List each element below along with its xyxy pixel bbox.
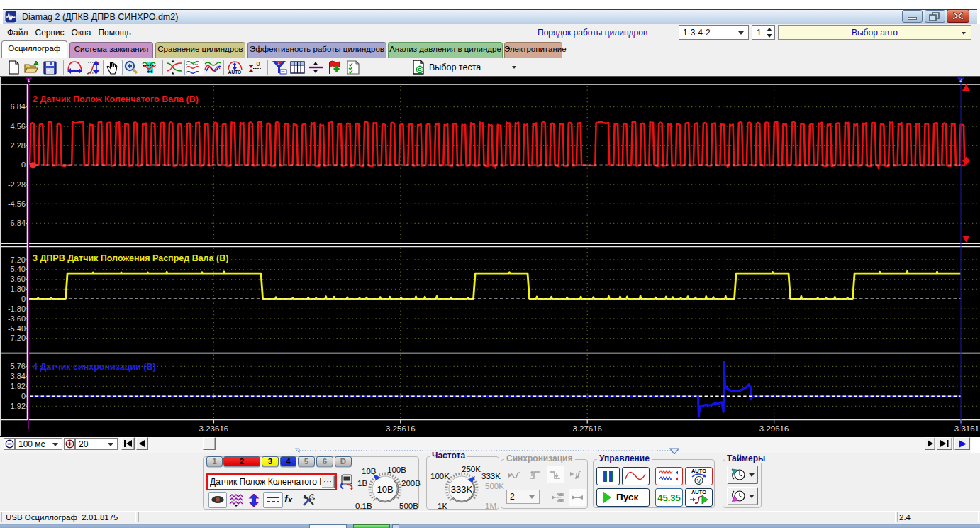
svg-text:V: V <box>697 478 701 485</box>
svg-text:1.92: 1.92 <box>11 382 26 390</box>
svg-text:-7.20: -7.20 <box>8 334 26 342</box>
svg-text:3.23616: 3.23616 <box>199 424 229 433</box>
svg-text:3.25616: 3.25616 <box>386 424 416 433</box>
svg-text:3.84: 3.84 <box>11 372 26 380</box>
svg-text:1.80: 1.80 <box>11 285 26 293</box>
svg-text:3.27616: 3.27616 <box>572 424 602 433</box>
svg-text:7.20: 7.20 <box>11 255 26 264</box>
svg-text:5.40: 5.40 <box>11 265 26 273</box>
svg-text:5.76: 5.76 <box>11 362 26 370</box>
svg-text:333K: 333K <box>451 484 473 495</box>
svg-text:10В: 10В <box>377 484 393 495</box>
svg-text:6.84: 6.84 <box>11 102 26 111</box>
svg-text:2.28: 2.28 <box>11 141 26 150</box>
svg-text:0: 0 <box>21 295 26 303</box>
svg-text:0: 0 <box>256 60 260 67</box>
svg-text:4 Датчик синхронизации (В): 4 Датчик синхронизации (В) <box>33 362 156 372</box>
svg-text:3.60: 3.60 <box>11 275 26 283</box>
svg-text:-5.40: -5.40 <box>8 324 26 333</box>
svg-text:4.56: 4.56 <box>11 122 26 131</box>
svg-text:0: 0 <box>21 160 26 169</box>
svg-text:-2.28: -2.28 <box>8 180 26 189</box>
svg-text:2 Датчик Полож Коленчатого Вал: 2 Датчик Полож Коленчатого Вала (В) <box>33 94 199 104</box>
svg-text:-4.56: -4.56 <box>8 199 26 208</box>
svg-text:3.29616: 3.29616 <box>759 424 789 433</box>
svg-text:-1.80: -1.80 <box>8 304 26 313</box>
svg-text:-1.92: -1.92 <box>8 402 26 410</box>
svg-text:3.3161: 3.3161 <box>954 424 979 433</box>
svg-text:3 ДПРВ Датчик Положения Распре: 3 ДПРВ Датчик Положения Распред Вала (В) <box>33 253 228 263</box>
svg-text:-6.84: -6.84 <box>8 219 26 227</box>
svg-text:0: 0 <box>21 392 26 400</box>
svg-text:AUTO: AUTO <box>228 70 241 75</box>
svg-text:-3.60: -3.60 <box>8 314 26 323</box>
